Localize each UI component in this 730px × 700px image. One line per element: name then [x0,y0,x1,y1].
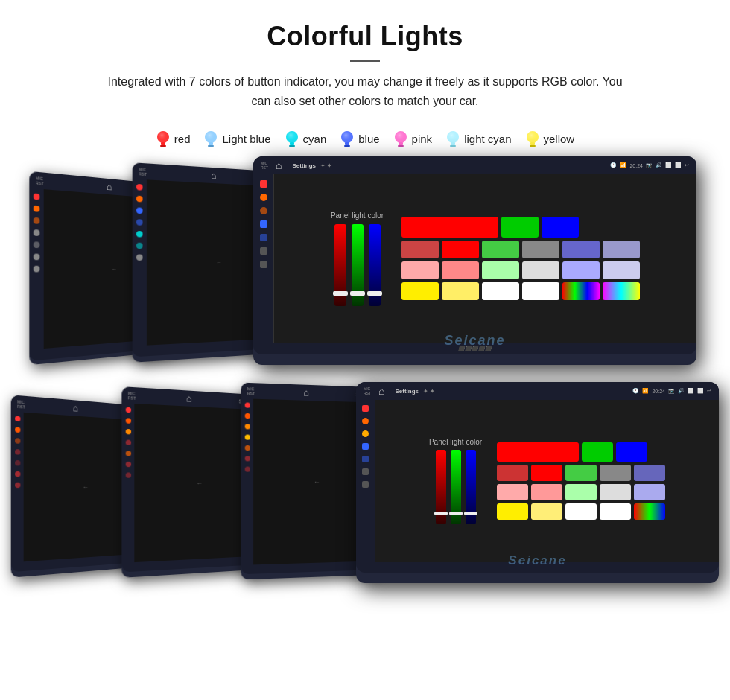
color-indicator-pink: pink [393,128,433,149]
color-label-cyan: cyan [303,133,327,145]
device-bottom-2: MICRST ⌂ Setti... ← [121,386,259,578]
color-indicators-row: red Light blue cyan blue [0,128,730,149]
color-indicator-lightblue: Light blue [203,128,270,149]
title-divider [350,60,380,62]
svg-point-21 [447,131,459,143]
svg-point-1 [157,131,169,143]
svg-rect-7 [208,145,214,147]
svg-point-5 [205,131,217,143]
svg-rect-18 [399,142,403,145]
svg-rect-2 [161,142,165,145]
svg-rect-27 [530,145,536,147]
svg-rect-3 [160,145,166,147]
color-label-pink: pink [412,133,433,145]
bulb-icon-yellow [525,128,540,149]
svg-rect-6 [209,142,213,145]
bulb-icon-lightcyan [445,128,460,149]
color-label-lightcyan: light cyan [464,133,511,145]
top-devices-section: MICRST ⌂ ← ← MICRST ⌂ ← [15,156,715,376]
bottom-devices-section: MICRST ⌂ Setti... ← MICRST ⌂ Setti.. [7,382,723,591]
page-header: Colorful Lights Integrated with 7 colors… [0,0,730,118]
bulb-icon-lightblue [203,128,218,149]
svg-rect-22 [451,142,455,145]
bulb-icon-blue [340,128,355,149]
svg-rect-19 [398,145,404,147]
svg-rect-14 [345,142,349,145]
svg-point-13 [341,131,353,143]
svg-rect-23 [450,145,456,147]
color-indicator-lightcyan: light cyan [445,128,511,149]
svg-rect-11 [289,145,295,147]
svg-point-17 [395,131,407,143]
device-unit-main: MICRST ⌂ Settings ✦ ✦ 🕐 📶 20:24 📷 🔊 ⬜ ⬜ … [253,156,696,365]
color-indicator-yellow: yellow [525,128,575,149]
color-indicator-cyan: cyan [285,128,327,149]
color-label-blue: blue [358,133,379,145]
bulb-icon-red [156,128,171,149]
color-label-red: red [174,133,191,145]
color-label-yellow: yellow [544,133,575,145]
color-label-lightblue: Light blue [222,133,270,145]
svg-rect-26 [530,142,535,145]
color-indicator-blue: blue [340,128,379,149]
svg-rect-15 [344,145,350,147]
page-subtitle: Integrated with 7 colors of button indic… [97,72,633,110]
bulb-icon-pink [393,128,408,149]
page-title: Colorful Lights [0,21,730,52]
bulb-icon-cyan [285,128,299,149]
svg-rect-10 [290,142,294,145]
svg-point-25 [527,131,539,143]
color-indicator-red: red [156,128,191,149]
device-bottom-main: MICRST ⌂ Settings ✦ ✦ 🕐 📶 20:24 📷 🔊 ⬜ ⬜ … [356,382,719,583]
svg-point-9 [286,131,298,143]
